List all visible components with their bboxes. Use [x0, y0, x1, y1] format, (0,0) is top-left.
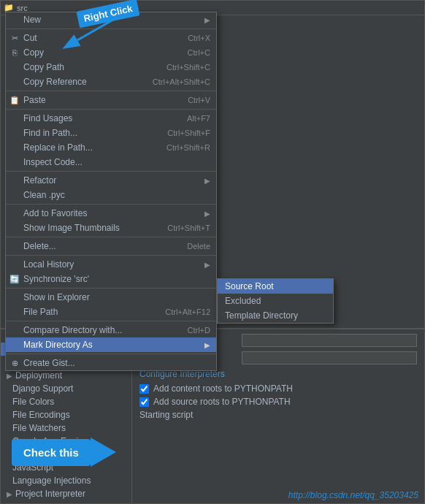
starting-script-label: Starting script [139, 410, 417, 420]
menu-item-copy-reference[interactable]: Copy Reference Ctrl+Alt+Shift+C [6, 75, 216, 89]
refactor-label: Refactor [23, 175, 56, 186]
menu-item-clean-pyc[interactable]: Clean .pyc [6, 188, 216, 202]
interpreter-options-input[interactable] [242, 334, 417, 347]
add-source-roots-checkbox[interactable] [139, 397, 149, 407]
file-colors-label: File Colors [12, 397, 54, 407]
show-thumbnails-shortcut: Ctrl+Shift+T [167, 224, 210, 232]
separator-2 [6, 91, 216, 91]
delete-shortcut: Delete [187, 242, 210, 251]
add-source-roots-label: Add source roots to PYTHONPATH [153, 397, 291, 407]
panel-item-python-interpreters[interactable]: Python Interpreters [1, 500, 131, 503]
copy-reference-label: Copy Reference [23, 77, 87, 87]
file-encodings-label: File Encodings [12, 410, 70, 420]
ide-bar-label: src [17, 4, 28, 12]
paste-shortcut: Ctrl+V [188, 96, 210, 104]
copy-path-shortcut: Ctrl+Shift+C [166, 63, 210, 72]
submenu-item-template-dir[interactable]: Template Directory [218, 308, 333, 323]
compare-dir-shortcut: Ctrl+D [188, 326, 210, 335]
copy-reference-shortcut: Ctrl+Alt+Shift+C [153, 77, 210, 86]
paste-icon: 📋 [9, 96, 20, 105]
source-root-label: Source Root [225, 281, 274, 291]
submenu-item-source-root[interactable]: Source Root [218, 279, 333, 294]
add-content-roots-checkbox[interactable] [139, 384, 149, 394]
add-content-roots-row: Add content roots to PYTHONPATH [139, 383, 417, 394]
separator-9 [6, 321, 216, 321]
menu-item-file-path[interactable]: File Path Ctrl+Alt+F12 [6, 305, 216, 319]
find-path-label: Find in Path... [23, 128, 77, 138]
submenu-arrow-new: ▶ [204, 16, 210, 24]
menu-item-refactor[interactable]: Refactor ▶ [6, 173, 216, 188]
menu-item-delete[interactable]: Delete... Delete [6, 239, 216, 253]
panel-item-file-colors[interactable]: File Colors [1, 395, 131, 408]
menu-item-cut-label: Cut [23, 33, 37, 43]
separator-3 [6, 109, 216, 110]
menu-item-copy-path[interactable]: Copy Path Ctrl+Shift+C [6, 60, 216, 75]
project-interpreter-arrow: ▶ [7, 490, 12, 498]
deployment-arrow: ▶ [7, 372, 12, 380]
refactor-arrow: ▶ [204, 177, 210, 185]
file-path-label: File Path [23, 307, 58, 317]
menu-item-paste[interactable]: 📋 Paste Ctrl+V [6, 93, 216, 107]
menu-item-find-usages[interactable]: Find Usages Alt+F7 [6, 111, 216, 126]
synchronize-label: Synchronize 'src' [23, 274, 89, 284]
menu-item-replace-path[interactable]: Replace in Path... Ctrl+Shift+R [6, 140, 216, 155]
menu-item-inspect-code[interactable]: Inspect Code... [6, 155, 216, 169]
menu-item-local-history[interactable]: Local History ▶ [6, 257, 216, 272]
menu-item-show-explorer[interactable]: Show in Explorer [6, 290, 216, 305]
panel-item-file-watchers[interactable]: File Watchers [1, 421, 131, 435]
submenu-mark-dir: Source Root Excluded Template Directory [217, 278, 334, 324]
menu-item-find-path[interactable]: Find in Path... Ctrl+Shift+F [6, 126, 216, 140]
inspect-code-label: Inspect Code... [23, 157, 83, 167]
check-this-arrow [91, 438, 116, 467]
check-this-annotation: Check this [12, 438, 116, 467]
separator-7 [6, 255, 216, 256]
show-explorer-label: Show in Explorer [23, 292, 90, 302]
template-dir-label: Template Directory [225, 310, 298, 321]
show-thumbnails-label: Show Image Thumbnails [23, 223, 120, 233]
gist-icon: ⊕ [9, 359, 20, 368]
cut-icon: ✂ [9, 34, 20, 43]
menu-item-synchronize[interactable]: 🔄 Synchronize 'src' [6, 272, 216, 286]
menu-item-show-thumbnails[interactable]: Show Image Thumbnails Ctrl+Shift+T [6, 221, 216, 235]
panel-item-language-injections[interactable]: Language Injections [1, 474, 131, 487]
panel-item-project-interpreter[interactable]: ▶ Project Interpreter [1, 487, 131, 500]
django-support-label: Django Support [12, 383, 73, 394]
top-section: 📁 src Right Click New ▶ ✂ Cut Ctrl+X [0, 0, 425, 329]
copy-path-label: Copy Path [23, 62, 64, 72]
add-favorites-label: Add to Favorites [23, 208, 87, 218]
bottom-watermark: http://blog.csdn.net/qq_35203425 [288, 490, 418, 500]
local-history-arrow: ▶ [204, 261, 210, 269]
paste-label: Paste [23, 95, 46, 105]
python-interpreters-label: Python Interpreters [12, 502, 87, 503]
working-directory-input[interactable] [242, 351, 417, 364]
menu-item-copy-label: Copy [23, 47, 44, 58]
copy-icon: ⎘ [9, 48, 20, 57]
find-path-shortcut: Ctrl+Shift+F [167, 129, 210, 137]
mark-dir-arrow: ▶ [204, 341, 210, 349]
separator-4 [6, 171, 216, 172]
project-interpreter-label: Project Interpreter [15, 489, 85, 499]
clean-pyc-label: Clean .pyc [23, 190, 65, 200]
sync-icon: 🔄 [9, 275, 20, 284]
panel-item-file-encodings[interactable]: File Encodings [1, 408, 131, 421]
separator-8 [6, 288, 216, 289]
menu-item-create-gist[interactable]: ⊕ Create Gist... [6, 356, 216, 370]
replace-path-label: Replace in Path... [23, 142, 93, 153]
cut-shortcut: Ctrl+X [188, 34, 210, 42]
separator-5 [6, 204, 216, 205]
compare-dir-label: Compare Directory with... [23, 325, 122, 335]
add-content-roots-label: Add content roots to PYTHONPATH [153, 383, 293, 394]
separator-6 [6, 237, 216, 237]
menu-item-mark-dir[interactable]: Mark Directory As ▶ [6, 337, 216, 352]
menu-item-add-favorites[interactable]: Add to Favorites ▶ [6, 206, 216, 221]
panel-item-django-support[interactable]: Django Support [1, 382, 131, 395]
find-usages-shortcut: Alt+F7 [187, 114, 210, 123]
check-this-label: Check this [12, 439, 91, 466]
submenu-item-excluded[interactable]: Excluded [218, 294, 333, 308]
menu-item-compare-dir[interactable]: Compare Directory with... Ctrl+D [6, 323, 216, 337]
language-injections-label: Language Injections [12, 476, 91, 486]
delete-label: Delete... [23, 241, 56, 251]
local-history-label: Local History [23, 259, 74, 270]
right-click-annotation: Right Click [55, 4, 150, 53]
separator-10 [6, 354, 216, 354]
